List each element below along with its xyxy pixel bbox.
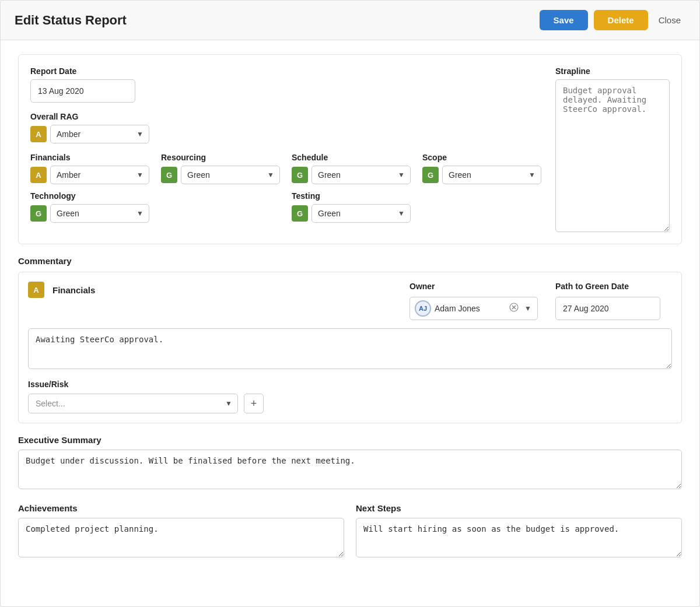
owner-avatar: AJ (415, 300, 431, 317)
ptg-label: Path to Green Date (555, 282, 672, 291)
scope-select-wrapper: Green Amber Red Not Set ▼ (442, 166, 541, 184)
owner-block: Owner AJ Adam Jones (410, 282, 538, 320)
financials-rag-row: A Amber Green Red Not Set ▼ (30, 166, 149, 184)
modal-title: Edit Status Report (15, 13, 127, 28)
ptg-date-input[interactable] (556, 299, 660, 318)
report-date-label: Report Date (30, 66, 541, 76)
report-date-field: Report Date (30, 66, 541, 103)
ptg-date-input-wrapper (555, 297, 660, 320)
executive-summary-section: Executive Summary Budget under discussio… (18, 435, 682, 492)
overall-rag-badge: A (30, 126, 47, 142)
delete-button[interactable]: Delete (594, 10, 648, 30)
rag-fields-grid: Financials A Amber Green Red Not Set (30, 153, 541, 184)
bottom-grid: Achievements Completed project planning.… (18, 503, 682, 557)
date-rag-col: Report Date (30, 66, 541, 232)
financials-select-wrapper: Amber Green Red Not Set ▼ (50, 166, 149, 184)
owner-name: Adam Jones (435, 304, 505, 313)
save-button[interactable]: Save (540, 10, 588, 30)
add-issue-risk-button[interactable]: + (244, 394, 264, 413)
resourcing-select-wrapper: Green Amber Red Not Set ▼ (181, 166, 280, 184)
overall-rag-row: A Amber Green Red Not Set ▼ (30, 125, 541, 143)
header-buttons: Save Delete Close (540, 10, 685, 30)
next-steps-textarea[interactable]: Will start hiring as soon as the budget … (356, 518, 682, 557)
modal-container: Edit Status Report Save Delete Close Rep… (0, 0, 700, 607)
schedule-field: Schedule G Green Amber Red Not Set (292, 153, 411, 184)
testing-select-wrapper: Green Amber Red Not Set ▼ (312, 204, 411, 223)
financials-select[interactable]: Amber Green Red Not Set (50, 166, 149, 184)
top-form-card: Report Date (18, 54, 682, 244)
scope-field: Scope G Green Amber Red Not Set (422, 153, 541, 184)
rag-fields-grid-2: Technology G Green Amber Red Not Set (30, 191, 541, 223)
technology-rag-badge: G (30, 205, 47, 222)
technology-field: Technology G Green Amber Red Not Set (30, 191, 280, 223)
testing-field: Testing G Green Amber Red Not Set (292, 191, 541, 223)
report-date-input-wrapper (30, 79, 135, 103)
technology-rag-row: G Green Amber Red Not Set ▼ (30, 204, 280, 223)
testing-rag-badge: G (292, 205, 308, 222)
commentary-label: Commentary (18, 256, 682, 266)
commentary-textarea[interactable]: Awaiting SteerCo approval. (28, 328, 672, 369)
scope-select[interactable]: Green Amber Red Not Set (442, 166, 541, 184)
next-steps-label: Next Steps (356, 503, 682, 513)
executive-summary-textarea[interactable]: Budget under discussion. Will be finalis… (18, 450, 682, 489)
issue-risk-label: Issue/Risk (28, 380, 672, 389)
commentary-card: A Financials Owner AJ Adam Jones (18, 272, 682, 423)
strapline-label: Strapline (555, 66, 670, 76)
commentary-card-title: A Financials (28, 282, 95, 298)
executive-summary-label: Executive Summary (18, 435, 682, 445)
report-date-input[interactable] (31, 82, 135, 100)
issue-select-wrapper: Select... ▼ (28, 394, 238, 413)
ptg-block: Path to Green Date (555, 282, 672, 320)
resourcing-select[interactable]: Green Amber Red Not Set (181, 166, 280, 184)
issue-risk-select[interactable]: Select... (28, 394, 238, 413)
financials-field: Financials A Amber Green Red Not Set (30, 153, 149, 184)
schedule-select-wrapper: Green Amber Red Not Set ▼ (312, 166, 411, 184)
testing-select[interactable]: Green Amber Red Not Set (312, 204, 411, 223)
top-form-inner: Report Date (30, 66, 670, 232)
schedule-label: Schedule (292, 153, 411, 162)
schedule-rag-row: G Green Amber Red Not Set ▼ (292, 166, 411, 184)
overall-rag-label: Overall RAG (30, 112, 541, 121)
owner-dropdown-button[interactable]: ▼ (523, 304, 533, 313)
testing-label: Testing (292, 191, 541, 201)
owner-input-wrapper: AJ Adam Jones ▼ (410, 297, 538, 320)
resourcing-label: Resourcing (161, 153, 280, 162)
resourcing-rag-badge: G (161, 167, 177, 183)
scope-label: Scope (422, 153, 541, 162)
testing-rag-row: G Green Amber Red Not Set ▼ (292, 204, 541, 223)
scope-rag-badge: G (422, 167, 439, 183)
modal-header: Edit Status Report Save Delete Close (1, 1, 699, 40)
issue-risk-section: Issue/Risk Select... ▼ + (28, 380, 672, 413)
commentary-card-header: A Financials Owner AJ Adam Jones (28, 282, 672, 320)
commentary-financials-badge: A (28, 282, 44, 298)
schedule-select[interactable]: Green Amber Red Not Set (312, 166, 411, 184)
resourcing-field: Resourcing G Green Amber Red Not Set (161, 153, 280, 184)
strapline-col: Strapline (555, 66, 670, 232)
overall-rag-select[interactable]: Amber Green Red Not Set (50, 125, 149, 143)
technology-select-wrapper: Green Amber Red Not Set ▼ (50, 204, 149, 223)
owner-ptg-row: Owner AJ Adam Jones (410, 282, 672, 320)
owner-label: Owner (410, 282, 538, 291)
issue-risk-row: Select... ▼ + (28, 394, 672, 413)
owner-clear-button[interactable] (508, 303, 520, 314)
resourcing-rag-row: G Green Amber Red Not Set ▼ (161, 166, 280, 184)
financials-rag-badge: A (30, 167, 47, 183)
achievements-label: Achievements (18, 503, 344, 513)
overall-rag-field: Overall RAG A Amber Green Red Not Set (30, 112, 541, 143)
close-button[interactable]: Close (654, 10, 685, 30)
technology-select[interactable]: Green Amber Red Not Set (50, 204, 149, 223)
clear-owner-icon (509, 303, 519, 312)
achievements-field: Achievements Completed project planning. (18, 503, 344, 557)
next-steps-field: Next Steps Will start hiring as soon as … (356, 503, 682, 557)
financials-label: Financials (30, 153, 149, 162)
scope-rag-row: G Green Amber Red Not Set ▼ (422, 166, 541, 184)
modal-body: Report Date (1, 40, 699, 571)
technology-label: Technology (30, 191, 280, 201)
commentary-section: Commentary A Financials Owner AJ (18, 256, 682, 423)
strapline-textarea[interactable] (555, 79, 670, 232)
overall-rag-select-wrapper: Amber Green Red Not Set ▼ (50, 125, 149, 143)
schedule-rag-badge: G (292, 167, 308, 183)
commentary-financials-title: Financials (52, 285, 95, 295)
achievements-textarea[interactable]: Completed project planning. (18, 518, 344, 557)
